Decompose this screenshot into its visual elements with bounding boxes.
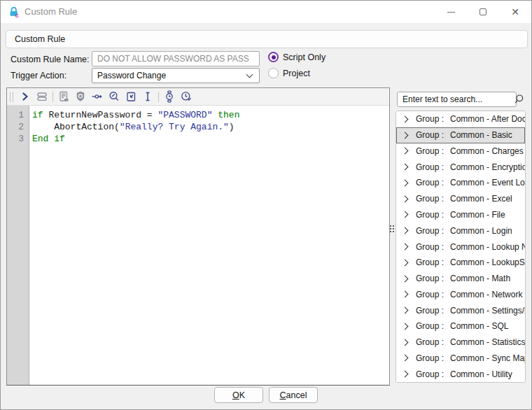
group-list-item[interactable]: Group :Common - Excel — [396, 191, 525, 207]
group-list[interactable]: Group :Common - After DocuGroup :Common … — [396, 111, 526, 383]
chevron-right-icon — [402, 164, 409, 171]
group-name: Common - Statistics — [450, 337, 525, 347]
group-list-item[interactable]: Group :Common - Network — [396, 286, 525, 302]
group-name: Common - SQL — [450, 321, 508, 331]
group-list-item[interactable]: Group :Common - LookupSp — [396, 255, 525, 271]
group-list-item[interactable]: Group :Common - Lookup N — [396, 239, 525, 255]
tab-custom-rule[interactable]: Custom Rule — [6, 30, 528, 48]
cancel-button[interactable]: Cancel — [269, 387, 318, 403]
radio-script-only-circle[interactable] — [268, 52, 279, 62]
code-line[interactable]: End if — [32, 133, 389, 145]
group-list-item[interactable]: Group :Common - Statistics — [396, 334, 525, 351]
group-name: Common - Basic — [450, 130, 512, 140]
radio-project[interactable]: Project — [268, 68, 310, 78]
group-list-item[interactable]: Group :Common - Event Log — [396, 175, 525, 191]
splitter-handle[interactable] — [389, 225, 395, 232]
group-prefix: Group : — [416, 306, 444, 316]
group-name: Common - Event Log — [450, 178, 525, 188]
group-list-item[interactable]: Group :Common - File — [396, 207, 525, 223]
window-title: Custom Rule — [24, 1, 77, 23]
chevron-right-icon — [402, 259, 409, 266]
rows-icon[interactable] — [36, 90, 48, 103]
lock-app-icon: c — [8, 6, 20, 18]
group-list-item[interactable]: Group :Common - Encryption — [396, 159, 525, 175]
script-editor-panel: 123 if ReturnNewPassword = "PASSWORD" th… — [6, 87, 390, 386]
group-list-item[interactable]: Group :Common - Utility — [396, 366, 525, 382]
group-prefix: Group : — [416, 290, 444, 299]
group-prefix: Group : — [416, 226, 444, 236]
group-name: Common - After Docu — [450, 114, 525, 124]
custom-rule-name-input[interactable] — [92, 51, 260, 66]
radio-project-label: Project — [283, 69, 310, 78]
radio-script-only-label: Script Only — [283, 52, 326, 62]
code-editor[interactable]: 123 if ReturnNewPassword = "PASSWORD" th… — [7, 106, 389, 385]
group-list-item[interactable]: Group :Common - Login — [396, 222, 525, 239]
search-box[interactable] — [397, 92, 517, 107]
clock-check-icon[interactable] — [180, 90, 192, 103]
tab-label: Custom Rule — [15, 34, 65, 44]
radio-script-only[interactable]: Script Only — [268, 52, 326, 62]
close-button[interactable]: ✕ — [499, 1, 531, 23]
group-list-item[interactable]: Group :Common - Math — [396, 271, 525, 287]
group-prefix: Group : — [416, 178, 444, 188]
group-prefix: Group : — [416, 369, 444, 379]
toolbar-separator — [52, 92, 53, 102]
group-list-item[interactable]: Group :Common - Settings/R — [396, 302, 525, 318]
group-name: Common - Math — [450, 274, 510, 283]
chevron-right-icon — [402, 115, 409, 122]
group-name: Common - Utility — [450, 369, 512, 379]
text-cursor-icon[interactable] — [141, 90, 154, 103]
shield-icon[interactable] — [74, 90, 87, 103]
group-prefix: Group : — [416, 274, 444, 283]
trigger-action-dropdown[interactable]: Password Change — [92, 68, 260, 83]
chevron-right-icon — [402, 211, 409, 218]
group-prefix: Group : — [416, 210, 444, 220]
search-input[interactable] — [398, 94, 512, 104]
chevron-right-icon — [402, 275, 409, 282]
group-name: Common - File — [450, 210, 505, 220]
chevron-right-icon — [402, 195, 409, 202]
search-code-icon[interactable] — [108, 90, 120, 103]
editor-toolbar — [7, 88, 389, 106]
chevron-right-icon — [402, 291, 409, 298]
group-name: Common - Encryption — [450, 162, 525, 172]
stopwatch-icon[interactable] — [163, 90, 176, 103]
ok-button[interactable]: OK — [214, 387, 263, 403]
radio-project-circle[interactable] — [268, 68, 279, 78]
group-name: Common - Login — [450, 226, 512, 236]
chevron-right-icon — [402, 371, 409, 378]
chevron-right-icon — [402, 323, 409, 330]
trigger-action-label: Trigger Action: — [10, 71, 66, 80]
close-icon: ✕ — [511, 7, 519, 17]
line-number: 1 — [7, 109, 29, 121]
window-controls: ✕ — [435, 1, 531, 23]
chevron-right-icon — [402, 132, 409, 139]
chevron-right-icon — [402, 243, 409, 250]
code-line[interactable]: if ReturnNewPassword = "PASSWORD" then — [32, 109, 389, 121]
chevron-down-icon — [246, 71, 253, 78]
wire-step-icon[interactable] — [91, 90, 104, 103]
maximize-button[interactable] — [467, 1, 499, 23]
group-list-item[interactable]: Group :Common - After Docu — [396, 111, 525, 127]
script-document-icon[interactable] — [57, 90, 70, 103]
group-prefix: Group : — [416, 321, 444, 331]
search-icon[interactable] — [512, 93, 525, 106]
svg-text:c: c — [15, 11, 19, 18]
group-name: Common - Sync Map — [450, 353, 525, 363]
custom-rule-dialog: c Custom Rule ✕ Custom Rule Custom Rule … — [0, 0, 532, 410]
toolbar-grip[interactable] — [10, 92, 13, 102]
goto-box-icon[interactable] — [125, 90, 137, 103]
group-list-item[interactable]: Group :Common - Basic — [396, 127, 525, 143]
code-lines[interactable]: if ReturnNewPassword = "PASSWORD" then A… — [29, 106, 389, 385]
code-line[interactable]: AbortAction("Really? Try Again.") — [32, 121, 389, 133]
group-list-item[interactable]: Group :Common - Charges — [396, 143, 525, 160]
line-number: 3 — [7, 133, 29, 145]
chevron-right-icon — [402, 307, 409, 314]
chevron-right-icon — [402, 148, 409, 155]
chevron-right-icon — [402, 355, 409, 362]
expand-chevron-icon[interactable] — [19, 90, 31, 103]
group-list-item[interactable]: Group :Common - Sync Map — [396, 350, 525, 366]
minimize-button[interactable] — [435, 1, 467, 23]
group-list-item[interactable]: Group :Common - SQL — [396, 318, 525, 334]
group-name: Common - Excel — [450, 194, 512, 204]
